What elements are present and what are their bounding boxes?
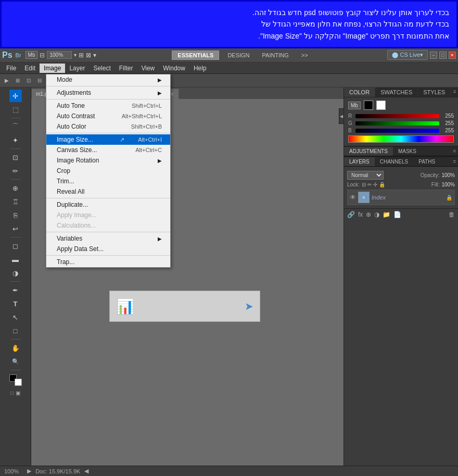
mb-icon[interactable]: Mb (26, 51, 38, 59)
zoom-tool-btn[interactable]: 🔍 (9, 355, 22, 368)
eraser-tool[interactable]: ◻ (9, 240, 22, 252)
menu-adjustments[interactable]: Adjustments ▶ (46, 87, 170, 98)
tab-styles[interactable]: STYLES (418, 87, 451, 97)
panel-collapse-btn[interactable]: ◀ (339, 108, 344, 124)
minimize-button[interactable]: – (430, 52, 437, 59)
history-brush-tool[interactable]: ↩ (9, 222, 22, 235)
menu-auto-color[interactable]: Auto Color Shift+Ctrl+B (46, 121, 170, 132)
spectrum-bar[interactable] (348, 135, 454, 143)
menu-variables[interactable]: Variables ▶ (46, 233, 170, 244)
lasso-tool[interactable]: ⌒ (9, 120, 22, 133)
zoom-arrow[interactable]: ▾ (74, 52, 77, 58)
lock-pixels-icon[interactable]: ✏ (367, 182, 372, 187)
red-slider[interactable] (355, 114, 439, 118)
menu-image-size[interactable]: Image Size... ↗ Alt+Ctrl+I (46, 134, 170, 145)
quick-mask-mode[interactable]: □ ▣ (10, 390, 20, 396)
green-slider[interactable] (355, 121, 439, 126)
background-color[interactable] (15, 379, 22, 386)
close-button[interactable]: ✕ (449, 52, 456, 59)
bg-color-box[interactable] (376, 101, 386, 110)
type-tool[interactable]: T (9, 297, 22, 310)
document-arrow[interactable]: ➤ (245, 300, 253, 312)
menu-apply-data-set[interactable]: Apply Data Set... (46, 244, 170, 254)
tab-paths[interactable]: PATHS (413, 157, 440, 166)
essentials-button[interactable]: ESSENTIALS (172, 51, 219, 60)
link-layers-icon[interactable]: 🔗 (347, 211, 355, 218)
ctrl-icon-1[interactable]: ▶ (2, 76, 11, 85)
layers-panel-options[interactable]: = (451, 157, 458, 166)
blend-mode-select[interactable]: Normal (347, 171, 384, 180)
topbar-icon2[interactable]: ⊞ (79, 52, 84, 59)
brush-tool[interactable]: ♖ (9, 195, 22, 208)
menu-filter[interactable]: Filter (115, 64, 137, 73)
menu-duplicate[interactable]: Duplicate... (46, 199, 170, 210)
fg-color-box[interactable] (364, 101, 373, 110)
dodge-tool[interactable]: ◑ (9, 267, 22, 279)
blue-slider[interactable] (355, 129, 439, 133)
layer-styles-icon[interactable]: fx (358, 211, 363, 218)
full-screen-mode[interactable]: ▣ (16, 390, 20, 396)
menu-image-rotation[interactable]: Image Rotation ▶ (46, 155, 170, 166)
menu-view[interactable]: View (137, 64, 159, 73)
menu-file[interactable]: File (2, 64, 20, 73)
menu-auto-tone[interactable]: Auto Tone Shift+Ctrl+L (46, 101, 170, 111)
tab-color[interactable]: COLOR (344, 87, 375, 97)
br-icon[interactable]: Br (16, 52, 21, 58)
status-nav[interactable]: ◀ (84, 468, 88, 474)
design-button[interactable]: DESIGN (223, 51, 253, 60)
crop-tool[interactable]: ⊡ (9, 151, 22, 164)
menu-trap[interactable]: Trap... (46, 257, 170, 267)
maximize-button[interactable]: □ (439, 52, 447, 59)
new-adjustment-icon[interactable]: ◑ (374, 211, 379, 218)
zoom-input[interactable] (47, 51, 72, 59)
color-panel-options[interactable]: = (451, 87, 458, 97)
layer-visibility-icon[interactable]: 👁 (350, 194, 356, 201)
path-select-tool[interactable]: ↖ (9, 311, 22, 323)
menu-auto-contrast[interactable]: Auto Contrast Alt+Shift+Ctrl+L (46, 111, 170, 121)
tab-channels[interactable]: CHANNELS (375, 157, 413, 166)
pen-tool[interactable]: ✒ (9, 284, 22, 296)
clone-stamp-tool[interactable]: ⎘ (9, 209, 22, 221)
lock-all-icon[interactable]: 🔒 (379, 182, 385, 187)
delete-layer-icon[interactable]: 🗑 (449, 211, 455, 218)
menu-help[interactable]: Help (189, 64, 211, 73)
new-group-icon[interactable]: 📁 (383, 211, 390, 218)
tab-swatches[interactable]: SWATCHES (375, 87, 418, 97)
standard-mode[interactable]: □ (10, 390, 14, 396)
menu-crop[interactable]: Crop (46, 166, 170, 176)
cslive-button[interactable]: ⬤ CS Live▾ (387, 50, 428, 60)
add-mask-icon[interactable]: ⊕ (366, 211, 371, 218)
menu-reveal-all[interactable]: Reveal All (46, 186, 170, 197)
adj-panel-options[interactable]: = (451, 147, 458, 156)
ctrl-icon-3[interactable]: ⊡ (24, 76, 33, 85)
new-layer-icon[interactable]: 📄 (393, 211, 401, 218)
magic-wand-tool[interactable]: ✦ (9, 134, 22, 146)
marquee-tool[interactable]: ⬚ (9, 103, 22, 116)
shape-tool[interactable]: □ (9, 324, 22, 337)
ctrl-icon-4[interactable]: ⊟ (35, 76, 44, 85)
hand-tool[interactable]: ✋ (9, 342, 22, 354)
ctrl-icon-2[interactable]: ⊞ (13, 76, 22, 85)
more-button[interactable]: >> (297, 51, 312, 60)
menu-image[interactable]: Image (40, 64, 65, 73)
gradient-tool[interactable]: ▬ (9, 253, 22, 266)
tab-masks[interactable]: MASKS (393, 147, 422, 156)
topbar-icon1[interactable]: ⊟ (40, 52, 45, 59)
lock-transparent-icon[interactable]: ⊟ (362, 182, 366, 187)
painting-button[interactable]: PAINTING (258, 51, 293, 60)
move-tool[interactable]: ✢ (9, 90, 22, 102)
menu-select[interactable]: Select (89, 64, 115, 73)
color-swatch[interactable] (9, 374, 22, 386)
menu-canvas-size[interactable]: Canvas Size... Alt+Ctrl+C (46, 145, 170, 155)
tab-layers[interactable]: LAYERS (344, 157, 375, 166)
layer-item[interactable]: 👁 ≡ Index 🔒 (347, 190, 455, 205)
menu-layer[interactable]: Layer (65, 64, 89, 73)
topbar-icon3[interactable]: ⊠ (86, 52, 91, 59)
eyedropper-tool[interactable]: ✏ (9, 165, 22, 177)
menu-mode[interactable]: Mode ▶ (46, 74, 170, 85)
tab-adjustments[interactable]: ADJUSTMENTS (344, 147, 393, 156)
menu-edit[interactable]: Edit (20, 64, 40, 73)
menu-trim[interactable]: Trim... (46, 176, 170, 186)
menu-window[interactable]: Window (159, 64, 189, 73)
spot-healing-tool[interactable]: ⊕ (9, 182, 22, 194)
